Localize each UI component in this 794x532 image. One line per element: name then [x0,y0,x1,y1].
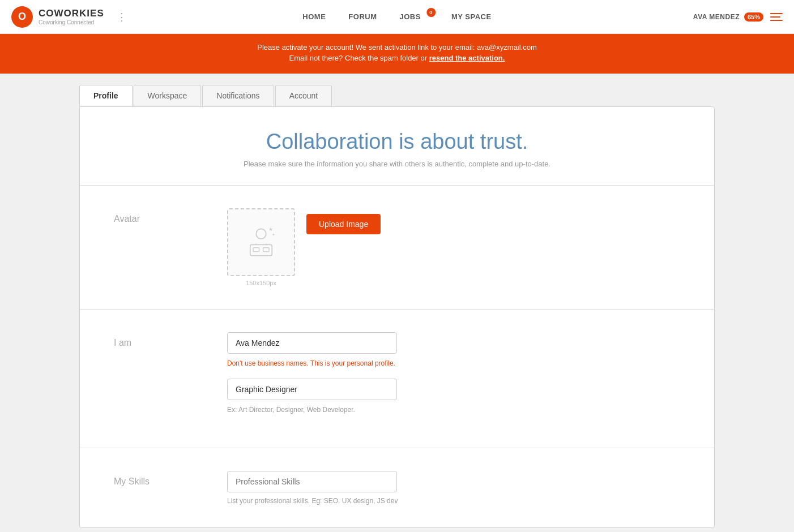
name-hint: Don't use business names. This is your p… [227,359,680,367]
user-progress-badge: 65% [744,12,763,22]
main-nav: HOME FORUM JOBS 0 MY SPACE [302,12,491,21]
upload-image-button[interactable]: Upload Image [306,214,381,234]
avatar-placeholder: ★ ✦ [227,208,295,276]
avatar-section: Avatar ★ ✦ [80,186,714,310]
user-info: AVA MENDEZ 65% [693,12,763,22]
job-hint: Ex: Art Director, Designer, Web Develope… [227,406,680,414]
job-title-input[interactable] [227,379,397,400]
avatar-label: Avatar [114,208,227,224]
hamburger-menu[interactable] [770,13,783,21]
hero-title: Collaboration is about trust. [114,130,680,154]
svg-rect-2 [253,248,259,252]
skills-label: My Skills [114,471,227,487]
avatar-size-label: 150x150px [227,280,295,286]
tab-account[interactable]: Account [275,85,332,106]
svg-point-0 [256,229,266,239]
more-options-icon[interactable]: ⋮ [117,11,127,23]
alert-main-text: Please activate your account! We sent ac… [11,43,783,52]
iam-content: Don't use business names. This is your p… [227,332,680,425]
name-input[interactable] [227,332,397,354]
tabs-container: Profile Workspace Notifications Account [79,85,715,106]
nav-myspace[interactable]: MY SPACE [451,12,492,21]
avatar-icon-svg: ★ ✦ [241,222,281,262]
iam-section: I am Don't use business names. This is y… [80,310,714,448]
alert-secondary: Email not there? Check the spam folder o… [11,54,783,62]
skills-section: My Skills List your professional skills.… [80,448,714,527]
logo-text: COWORKIES Coworking Connected [39,8,104,25]
main-content: Profile Workspace Notifications Account … [0,74,794,532]
header: O COWORKIES Coworking Connected ⋮ HOME F… [0,0,794,34]
jobs-badge: 0 [426,8,436,17]
skills-content: List your professional skills. Eg: SEO, … [227,471,680,505]
iam-label: I am [114,332,227,348]
tab-workspace[interactable]: Workspace [134,85,202,106]
profile-panel: Collaboration is about trust. Please mak… [79,106,715,528]
alert-banner: Please activate your account! We sent ac… [0,34,794,74]
logo-area: O COWORKIES Coworking Connected ⋮ [11,6,127,28]
nav-jobs[interactable]: JOBS 0 [400,12,429,21]
header-right: AVA MENDEZ 65% [693,12,783,22]
tab-notifications[interactable]: Notifications [202,85,274,106]
logo-icon: O [11,6,33,28]
nav-home[interactable]: HOME [302,12,326,21]
brand-name: COWORKIES [39,8,104,19]
svg-text:✦: ✦ [272,233,275,237]
brand-sub: Coworking Connected [39,19,104,25]
tab-profile[interactable]: Profile [79,85,133,106]
hero-section: Collaboration is about trust. Please mak… [80,107,714,186]
svg-rect-3 [263,248,270,252]
skills-input[interactable] [227,471,397,492]
svg-text:★: ★ [268,226,273,232]
user-name: AVA MENDEZ [693,13,740,21]
resend-link[interactable]: resend the activation. [429,54,505,62]
nav-forum[interactable]: FORUM [348,12,377,21]
avatar-content: ★ ✦ 150x150px Upload Image [227,208,381,286]
hero-subtitle: Please make sure the information you sha… [114,160,680,168]
skills-hint: List your professional skills. Eg: SEO, … [227,497,680,505]
